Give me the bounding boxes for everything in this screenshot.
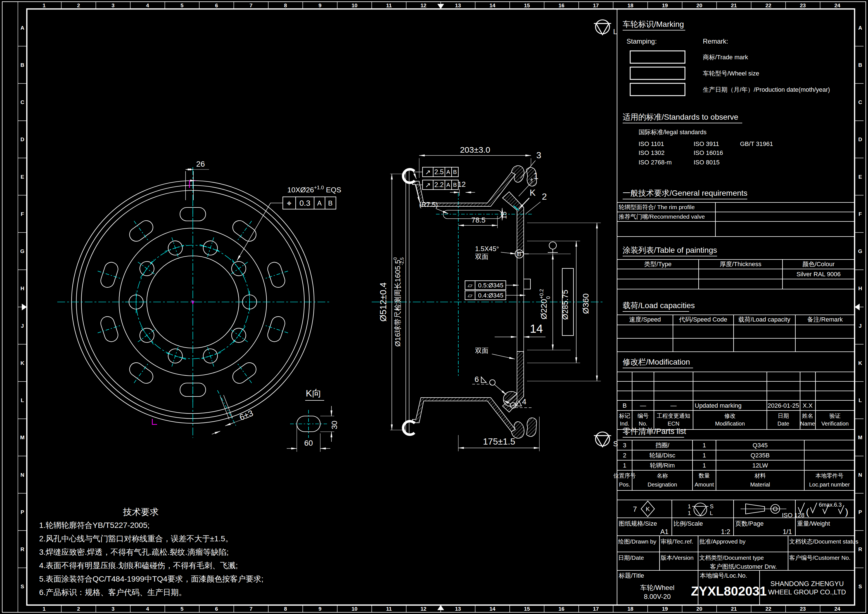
finish-paren-close: ) bbox=[845, 506, 848, 517]
view-direction-K: K bbox=[530, 188, 535, 198]
ruler-label: 2 bbox=[77, 3, 80, 8]
loads-header-speed: 速度/Speed bbox=[629, 316, 661, 323]
view2-letter: L bbox=[710, 510, 713, 516]
ruler-label: 7 bbox=[250, 606, 253, 612]
ruler-label: R bbox=[858, 546, 862, 552]
datum-b-ref: B bbox=[453, 169, 457, 175]
parts-header: 数量 bbox=[699, 473, 710, 479]
ruler-label: 5 bbox=[181, 606, 184, 612]
ruler-label: 17 bbox=[593, 606, 599, 612]
general-row-rimprofile: 轮辋型面符合/ The rim profile bbox=[619, 204, 695, 210]
scale-value: 1:2 bbox=[721, 528, 730, 535]
dim-offset-175: 175±1.5 bbox=[483, 437, 515, 446]
ruler-label: 10 bbox=[352, 3, 357, 8]
paintings-header-colour: 颜色/Colour bbox=[803, 261, 835, 267]
mod-header: 编号 bbox=[637, 413, 649, 419]
mod-header: Ind. bbox=[620, 421, 629, 427]
ruler-label: K bbox=[20, 360, 24, 366]
paintings-colour-value: Silver RAL 9006 bbox=[797, 270, 841, 278]
weld-size-6: 6 bbox=[474, 375, 479, 384]
chamfer-note: 1.5X45° bbox=[475, 245, 499, 252]
ruler-label: 3 bbox=[112, 606, 115, 612]
ruler-label: C bbox=[858, 99, 862, 105]
stamping-label: Stamping: bbox=[626, 37, 657, 45]
icon1-letter: K bbox=[646, 505, 650, 513]
ruler-label: 16 bbox=[558, 3, 564, 8]
drawing-title-label: 标题/Title bbox=[618, 572, 644, 579]
remark-item-proddate: 生产日期（月/年）/Production date(moth/year) bbox=[703, 86, 830, 93]
datum-b-ref: B bbox=[328, 199, 333, 207]
ruler-label: 8 bbox=[284, 3, 287, 8]
view1-num: 1 bbox=[688, 503, 691, 510]
ruler-label: L bbox=[859, 397, 862, 403]
parts-pos: 3 bbox=[623, 442, 626, 449]
ruler-label: G bbox=[858, 248, 862, 254]
paintings-header-thickness: 厚度/Thickness bbox=[719, 261, 761, 267]
mod-header: 日期 bbox=[778, 413, 789, 419]
lock-ring-section-bottom bbox=[527, 418, 536, 437]
parts-material: 12LW bbox=[752, 462, 768, 469]
standard-item: ISO 2768-m bbox=[639, 159, 672, 166]
datum-b-ref: B bbox=[453, 182, 457, 188]
ruler-label: 8 bbox=[284, 606, 287, 612]
datum-a-ref: A bbox=[446, 182, 450, 188]
icon1-number: 7 bbox=[633, 505, 637, 513]
flatness-symbol: ▱ bbox=[468, 282, 473, 289]
mod-header: Modification bbox=[715, 421, 745, 427]
standard-item: ISO 16016 bbox=[694, 149, 723, 156]
ruler-label: 19 bbox=[662, 606, 668, 612]
parts-pos: 2 bbox=[623, 452, 626, 459]
ruler-label: 15 bbox=[524, 606, 530, 612]
standard-item: ISO 1302 bbox=[639, 149, 665, 156]
doctype-label: 文档类型/Document type bbox=[699, 555, 764, 561]
ruler-label: E bbox=[859, 174, 862, 180]
tech-line: 2.风孔中心线与气门豁口对称线重合，误差不大于±1.5。 bbox=[39, 534, 233, 543]
parts-header: 材料 bbox=[754, 473, 766, 479]
marking-title: 车轮标识/Marking bbox=[623, 20, 684, 28]
dim-rim-width: 203±3.0 bbox=[460, 145, 490, 154]
drawn-by-label: 绘图/Drawn by bbox=[618, 538, 656, 545]
mod-header: Date bbox=[777, 421, 789, 427]
flatness-value: 0.4:Ø345 bbox=[478, 292, 504, 299]
mod-entry-text: Updated marking bbox=[695, 402, 742, 409]
parts-designation: 轮辋/Rim bbox=[650, 462, 674, 469]
size-value: A1 bbox=[660, 528, 668, 535]
dim-depth-15: 15 bbox=[500, 211, 508, 219]
dim-bolt-circle: Ø285.75 bbox=[561, 290, 570, 320]
paintings-title: 涂装列表/Table of paintings bbox=[623, 246, 717, 255]
page-label: 页数/Page bbox=[735, 520, 764, 527]
ruler-label: 1 bbox=[42, 3, 45, 8]
dim-well-radius: (R7.5) bbox=[419, 201, 438, 208]
loads-header-remark: 备注/Remark bbox=[807, 316, 843, 323]
ruler-label: 12 bbox=[421, 606, 426, 612]
company-name-2: WHEEL GROUP CO.,LTD bbox=[768, 588, 846, 596]
ruler-label: 21 bbox=[731, 606, 737, 612]
tech-line: 3.焊缝应致密.焊透，不得有气孔.疏松.裂纹.滴瘤等缺陷; bbox=[39, 548, 229, 556]
loc-no-label: 本地编号/Loc.No. bbox=[700, 572, 747, 579]
remark-label: Remark: bbox=[703, 37, 728, 45]
ruler-label: 22 bbox=[766, 606, 771, 612]
mod-entry-ecn: — bbox=[670, 402, 677, 409]
loads-header-capacity: 载荷/Load capacity bbox=[738, 316, 790, 323]
ruler-label: 19 bbox=[662, 3, 668, 8]
ruler-label: 18 bbox=[628, 606, 633, 612]
general-row-valve: 推荐气门嘴/Recommended valve bbox=[619, 213, 705, 220]
ruler-label: K bbox=[858, 360, 862, 366]
date-label: 日期/Date bbox=[618, 555, 644, 561]
projection-standard: ISO 128 bbox=[782, 511, 804, 519]
ruler-label: A bbox=[858, 25, 862, 31]
parts-header: Material bbox=[750, 482, 770, 488]
drawing-title-size: 8.00V-20 bbox=[644, 593, 671, 600]
parts-designation: 轮辐/Disc bbox=[649, 452, 676, 459]
balloon-3: 3 bbox=[536, 150, 541, 160]
mod-header: Name bbox=[800, 421, 815, 427]
ruler-label: 13 bbox=[455, 606, 461, 612]
flatness-value: 0.5:Ø345 bbox=[478, 282, 504, 289]
ruler-label: S bbox=[859, 583, 862, 589]
parts-header: 位置序号 bbox=[613, 473, 636, 479]
ruler-label: 12 bbox=[421, 3, 426, 8]
ruler-label: P bbox=[21, 509, 24, 515]
page-value: 1/1 bbox=[783, 528, 792, 535]
ruler-label: 2 bbox=[77, 606, 80, 612]
dim-flange-512: Ø512±0.4 bbox=[378, 282, 388, 322]
